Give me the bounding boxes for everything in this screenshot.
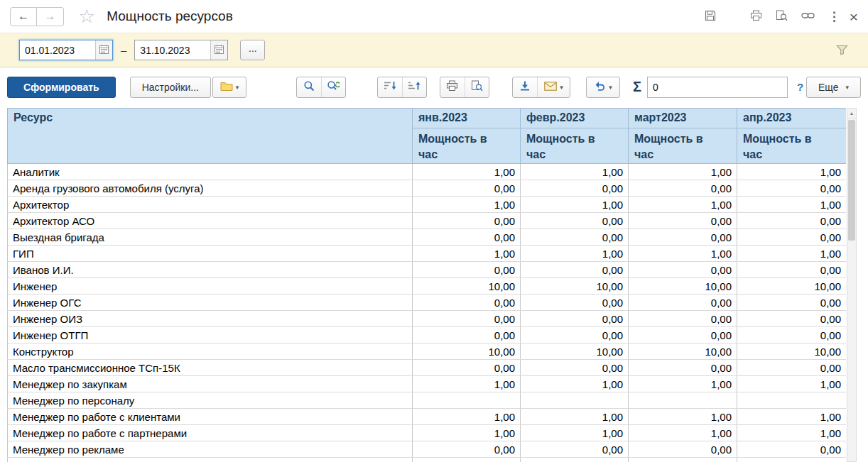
- column-header-month[interactable]: янв.2023: [413, 109, 521, 128]
- value-cell[interactable]: 1,00: [629, 246, 737, 262]
- return-button[interactable]: ▾: [587, 77, 619, 97]
- period-options-button[interactable]: ...: [240, 40, 265, 60]
- resource-name-cell[interactable]: Инженер ОТГП: [8, 327, 413, 343]
- column-subheader-measure[interactable]: Мощность в час: [737, 128, 847, 164]
- table-row[interactable]: ГИП1,001,001,001,00: [8, 246, 847, 262]
- value-cell[interactable]: 1,00: [737, 164, 847, 180]
- resource-name-cell[interactable]: Аренда грузового автомобиля (услуга): [8, 180, 413, 197]
- value-cell[interactable]: 0,00: [737, 441, 847, 458]
- table-row[interactable]: Инженер ОИЗ0,000,000,000,00: [8, 311, 847, 327]
- value-cell[interactable]: 0,00: [521, 295, 629, 311]
- value-cell[interactable]: 0,00: [521, 262, 629, 278]
- value-cell[interactable]: 10,00: [629, 278, 737, 295]
- help-icon[interactable]: ?: [797, 81, 803, 93]
- value-cell[interactable]: 10,00: [521, 278, 629, 295]
- table-row[interactable]: Инженер ОГС0,000,000,000,00: [8, 295, 847, 311]
- value-cell[interactable]: 0,00: [521, 229, 629, 246]
- value-cell[interactable]: 10,00: [413, 343, 521, 360]
- preview-report-button[interactable]: [465, 77, 489, 97]
- sort-descending-button[interactable]: [378, 77, 402, 97]
- value-cell[interactable]: 0,00: [629, 229, 737, 246]
- value-cell[interactable]: 0,00: [629, 213, 737, 229]
- table-row[interactable]: Аналитик1,001,001,001,00: [8, 164, 847, 180]
- scroll-up-button[interactable]: ▲: [847, 109, 856, 119]
- value-cell[interactable]: 10,00: [737, 278, 847, 295]
- print-button[interactable]: [750, 10, 762, 23]
- value-cell[interactable]: [629, 458, 737, 462]
- value-cell[interactable]: 1,00: [521, 197, 629, 213]
- settings-button[interactable]: Настройки...: [130, 77, 211, 98]
- value-cell[interactable]: 1,00: [629, 425, 737, 441]
- value-cell[interactable]: 1,00: [413, 164, 521, 180]
- value-cell[interactable]: 1,00: [413, 425, 521, 441]
- column-subheader-measure[interactable]: Мощность в час: [413, 128, 521, 164]
- value-cell[interactable]: 10,00: [737, 343, 847, 360]
- table-row[interactable]: Менеджер по работе с клиентами1,001,001,…: [8, 409, 847, 425]
- report-variants-button[interactable]: ▾: [213, 77, 246, 97]
- column-header-month[interactable]: апр.2023: [737, 109, 847, 128]
- value-cell[interactable]: 0,00: [629, 311, 737, 327]
- table-row[interactable]: Менеджер по закупкам1,001,001,001,00: [8, 376, 847, 392]
- search-next-button[interactable]: [321, 77, 345, 97]
- resource-name-cell[interactable]: Менеджер по закупкам: [8, 376, 413, 392]
- more-button[interactable]: Еще ▾: [806, 77, 861, 98]
- value-cell[interactable]: 0,00: [737, 180, 847, 197]
- resource-name-cell[interactable]: Конструктор: [8, 343, 413, 360]
- value-cell[interactable]: 0,00: [521, 327, 629, 343]
- value-cell[interactable]: 1,00: [629, 197, 737, 213]
- value-cell[interactable]: 0,00: [737, 295, 847, 311]
- table-row[interactable]: Менеджер по работе с партнерами1,001,001…: [8, 425, 847, 441]
- value-cell[interactable]: [737, 458, 847, 462]
- resource-name-cell[interactable]: Выездная бригада: [8, 229, 413, 246]
- close-button[interactable]: ×: [850, 9, 858, 24]
- table-row[interactable]: Иванов И.И.0,000,000,000,00: [8, 262, 847, 278]
- resource-name-cell[interactable]: Инженер ОИЗ: [8, 311, 413, 327]
- value-cell[interactable]: 1,00: [521, 164, 629, 180]
- resource-name-cell[interactable]: Инженер ОГС: [8, 295, 413, 311]
- value-cell[interactable]: 1,00: [521, 376, 629, 392]
- kebab-menu-button[interactable]: ⋮: [828, 9, 840, 24]
- value-cell[interactable]: 0,00: [413, 213, 521, 229]
- favorite-star-icon[interactable]: ☆: [78, 7, 95, 26]
- value-cell[interactable]: 0,00: [413, 360, 521, 376]
- value-cell[interactable]: [521, 458, 629, 462]
- table-row[interactable]: Инженер ОТГП0,000,000,000,00: [8, 327, 847, 343]
- value-cell[interactable]: 0,00: [413, 441, 521, 458]
- date-to-calendar-button[interactable]: [210, 40, 227, 60]
- value-cell[interactable]: 0,00: [413, 311, 521, 327]
- value-cell[interactable]: 0,00: [521, 441, 629, 458]
- value-cell[interactable]: 0,00: [737, 360, 847, 376]
- value-cell[interactable]: 10,00: [413, 278, 521, 295]
- resource-name-cell[interactable]: ГИП: [8, 246, 413, 262]
- resource-name-cell[interactable]: Менеджер по рекламе: [8, 441, 413, 458]
- value-cell[interactable]: [413, 392, 521, 409]
- value-cell[interactable]: 0,00: [629, 441, 737, 458]
- value-cell[interactable]: 10,00: [521, 343, 629, 360]
- print-preview-button[interactable]: [776, 10, 788, 23]
- date-from-input[interactable]: [20, 40, 95, 60]
- resource-name-cell[interactable]: Инженер: [8, 278, 413, 295]
- value-cell[interactable]: 1,00: [737, 376, 847, 392]
- value-cell[interactable]: 1,00: [413, 246, 521, 262]
- value-cell[interactable]: 0,00: [629, 295, 737, 311]
- value-cell[interactable]: 1,00: [413, 197, 521, 213]
- resource-name-cell[interactable]: Архитектор: [8, 197, 413, 213]
- generate-button[interactable]: Сформировать: [7, 77, 116, 98]
- value-cell[interactable]: 0,00: [629, 180, 737, 197]
- print-report-button[interactable]: [440, 77, 465, 97]
- value-cell[interactable]: 1,00: [521, 409, 629, 425]
- value-cell[interactable]: 0,00: [737, 311, 847, 327]
- value-cell[interactable]: 1,00: [737, 197, 847, 213]
- value-cell[interactable]: [629, 392, 737, 409]
- resource-name-cell[interactable]: Менеджер по работе с клиентами: [8, 409, 413, 425]
- value-cell[interactable]: 0,00: [413, 229, 521, 246]
- get-link-button[interactable]: [801, 11, 815, 22]
- save-button[interactable]: [705, 10, 716, 23]
- date-from-calendar-button[interactable]: [95, 40, 112, 60]
- value-cell[interactable]: 1,00: [629, 409, 737, 425]
- filter-funnel-icon[interactable]: [836, 45, 848, 55]
- value-cell[interactable]: 0,00: [737, 229, 847, 246]
- value-cell[interactable]: 1,00: [737, 409, 847, 425]
- forward-button[interactable]: →: [37, 7, 64, 26]
- value-cell[interactable]: 0,00: [737, 327, 847, 343]
